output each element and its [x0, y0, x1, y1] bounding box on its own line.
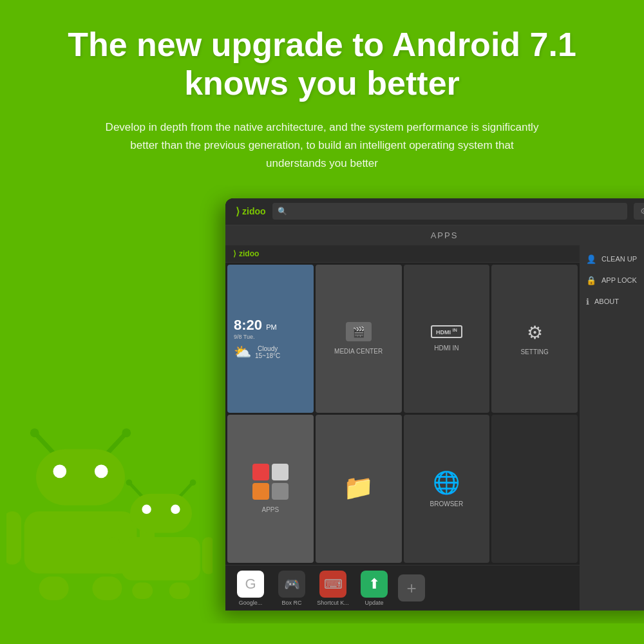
weather-time: 8:20 PM: [234, 317, 277, 334]
browser-label: BROWSER: [430, 500, 464, 507]
app-tile-3: [252, 483, 269, 500]
widget-hdmi[interactable]: HDMI IN HDMI IN: [404, 265, 490, 413]
folder-icon: 📁: [343, 473, 374, 502]
media-center-label: MEDIA CENTER: [334, 348, 383, 355]
zidoo-strip-arrow: ⟩: [233, 249, 236, 258]
cleanup-icon: 👤: [586, 254, 596, 264]
app-tile-1: [252, 464, 269, 480]
hdmi-label: HDMI IN: [434, 345, 459, 352]
tv-home-left: ⟩ zidoo 8:20 PM 9/8 Tue. ⛅: [225, 245, 580, 611]
zidoo-arrow: ⟩: [236, 205, 240, 218]
svg-rect-23: [169, 582, 190, 599]
dock-item-google[interactable]: G Google...: [233, 571, 268, 606]
svg-rect-16: [130, 494, 192, 533]
svg-rect-19: [122, 537, 200, 580]
hdmi-badge: HDMI IN: [431, 325, 462, 338]
weather-date: 9/8 Tue.: [234, 334, 255, 340]
bottom-section: ⟩ zidoo 🔍 ⚙ APPS ⟩ zidoo: [0, 185, 644, 623]
tv-menu-icon[interactable]: ⚙: [634, 203, 644, 220]
svg-point-1: [30, 428, 39, 437]
apps-icon-grid: [252, 464, 289, 500]
app-tile-2: [272, 464, 289, 480]
svg-rect-22: [132, 582, 153, 599]
svg-point-3: [122, 428, 131, 437]
widget-empty: [491, 415, 578, 563]
dock-item-shortcut[interactable]: ⌨ Shortcut K...: [316, 571, 350, 606]
tv-search-bar[interactable]: 🔍: [272, 203, 627, 220]
applock-icon: 🔒: [586, 276, 596, 285]
widget-weather[interactable]: 8:20 PM 9/8 Tue. ⛅ Cloudy 15~18°C: [227, 265, 314, 413]
widget-setting[interactable]: ⚙ SETTING: [491, 265, 578, 413]
tv-sidebar: 👤 CLEAN UP 🔒 APP LOCK ℹ ABOUT: [580, 245, 644, 611]
boxrc-icon: 🎮: [278, 571, 305, 598]
dock-item-update[interactable]: ⬆ Update: [357, 571, 392, 606]
tv-dock: G Google... 🎮 Box RC ⌨ Shortcut K... ⬆ U…: [225, 565, 580, 611]
sidebar-applock[interactable]: 🔒 APP LOCK: [580, 270, 644, 290]
setting-label: SETTING: [520, 348, 548, 355]
svg-point-17: [142, 504, 151, 513]
svg-line-12: [130, 484, 144, 498]
shortcut-icon: ⌨: [319, 571, 346, 598]
svg-line-2: [106, 434, 125, 455]
tv-header: ⟩ zidoo 🔍 ⚙: [225, 198, 644, 225]
widget-grid: 8:20 PM 9/8 Tue. ⛅ Cloudy 15~18°C: [225, 263, 580, 565]
zidoo-strip: ⟩ zidoo: [225, 245, 580, 263]
dock-item-boxrc[interactable]: 🎮 Box RC: [274, 571, 309, 606]
dock-add-button[interactable]: +: [398, 574, 425, 601]
update-icon: ⬆: [361, 571, 388, 598]
svg-point-13: [126, 479, 133, 486]
subtitle: Develop in depth from the native archite…: [103, 118, 541, 173]
google-icon: G: [237, 571, 264, 598]
widget-media[interactable]: 🎬 MEDIA CENTER: [316, 265, 402, 413]
svg-rect-21: [202, 537, 213, 574]
svg-rect-10: [39, 576, 69, 600]
widget-browser[interactable]: 🌐 BROWSER: [404, 415, 490, 563]
top-section: The new upgrade to Android 7.1knows you …: [0, 0, 644, 185]
globe-icon: 🌐: [433, 469, 460, 495]
tv-mockup: ⟩ zidoo 🔍 ⚙ APPS ⟩ zidoo: [225, 198, 644, 611]
apps-label: APPS: [262, 506, 279, 513]
about-icon: ℹ: [586, 297, 589, 307]
svg-line-14: [178, 484, 192, 498]
widget-apps[interactable]: APPS: [227, 415, 314, 563]
tv-logo: ⟩ zidoo: [236, 205, 266, 218]
main-title: The new upgrade to Android 7.1knows you …: [39, 26, 605, 103]
widget-files[interactable]: 📁: [316, 415, 402, 563]
zidoo-strip-label: zidoo: [239, 249, 259, 258]
svg-line-0: [36, 434, 55, 455]
svg-rect-8: [6, 511, 21, 565]
weather-info: ⛅ Cloudy 15~18°C: [234, 344, 280, 361]
svg-point-18: [171, 504, 180, 513]
zidoo-name: zidoo: [242, 206, 266, 216]
search-icon: 🔍: [278, 207, 287, 216]
tv-home: ⟩ zidoo 8:20 PM 9/8 Tue. ⛅: [225, 245, 644, 611]
sidebar-about[interactable]: ℹ ABOUT: [580, 292, 644, 312]
sidebar-cleanup[interactable]: 👤 CLEAN UP: [580, 249, 644, 269]
svg-point-6: [95, 464, 108, 478]
media-center-icon: 🎬: [346, 322, 372, 341]
tv-apps-label: APPS: [225, 225, 644, 245]
app-tile-4: [272, 483, 289, 500]
svg-point-5: [53, 464, 66, 478]
android-robot-small: [109, 473, 213, 604]
weather-icon: ⛅: [234, 344, 251, 361]
svg-point-15: [190, 479, 196, 486]
svg-rect-20: [109, 537, 120, 574]
gear-icon: ⚙: [527, 322, 543, 343]
